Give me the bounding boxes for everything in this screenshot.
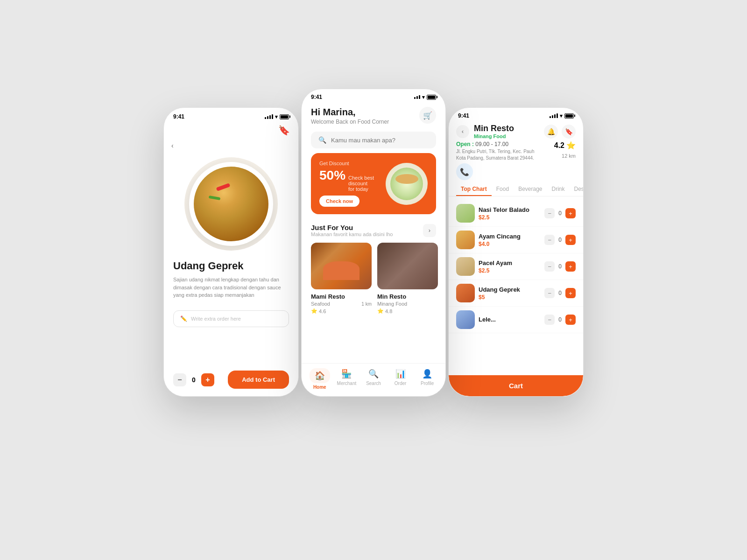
nav-merchant[interactable]: 🏪 Merchant xyxy=(336,368,357,390)
fried-rice-visual xyxy=(194,167,268,241)
rating-number: 4.2 xyxy=(554,141,564,150)
check-now-button[interactable]: Check now xyxy=(319,196,359,207)
tab-food[interactable]: Food xyxy=(492,183,514,196)
notification-icon-button[interactable]: 🔔 xyxy=(544,125,558,139)
search-nav-icon: 🔍 xyxy=(368,368,379,379)
decrease-ayam-cincang[interactable]: − xyxy=(544,235,555,245)
add-to-cart-button[interactable]: Add to Cart xyxy=(228,371,289,389)
nav-search[interactable]: 🔍 Search xyxy=(363,368,384,390)
nav-merchant-label: Merchant xyxy=(337,381,357,386)
menu-name-udang: Udang Geprek xyxy=(479,286,544,293)
quantity-value: 0 xyxy=(192,376,196,384)
order-icon: 📊 xyxy=(395,368,406,379)
promo-discount: 50% xyxy=(319,168,345,183)
merchant-icon: 🏪 xyxy=(341,368,352,379)
food-description: Sajian udang nikmat lengkap dengan tahu … xyxy=(173,276,289,299)
restaurant-card-min[interactable]: Min Resto Minang Food ⭐ 4.8 xyxy=(377,243,438,314)
increase-qty-button[interactable]: + xyxy=(201,373,214,386)
restaurant-type-mami: Seafood xyxy=(311,301,330,307)
increase-udang[interactable]: + xyxy=(565,288,576,298)
menu-info-udang: Udang Geprek $5 xyxy=(479,286,544,301)
cart-footer-button[interactable]: Cart xyxy=(449,375,583,396)
menu-thumb-nasi xyxy=(456,204,475,223)
restaurant-rating-min: ⭐ 4.8 xyxy=(377,308,438,314)
nav-profile[interactable]: 👤 Profile xyxy=(417,368,437,390)
signal-icon xyxy=(265,114,273,119)
promo-detail: Check best discountfor today xyxy=(348,175,386,192)
star-icon-mami: ⭐ xyxy=(311,308,317,314)
search-input[interactable] xyxy=(331,137,429,144)
search-bar[interactable]: 🔍 xyxy=(311,132,436,148)
back-button[interactable]: ‹ xyxy=(171,142,174,149)
qty-num-ayam-cincang: 0 xyxy=(558,237,562,243)
rating-value-mami: 4.6 xyxy=(319,308,326,314)
phone-call-button[interactable]: 📞 xyxy=(456,163,473,180)
menu-thumb-lele xyxy=(456,310,475,329)
extra-order-placeholder: Write extra order here xyxy=(191,316,241,322)
resto-rating: 4.2 ⭐ xyxy=(554,141,576,150)
bottom-cart-bar: − 0 + Add to Cart xyxy=(164,363,298,396)
decrease-nasi[interactable]: − xyxy=(544,208,555,218)
food-image xyxy=(184,157,278,251)
tab-drink[interactable]: Drink xyxy=(547,183,570,196)
menu-name-lele: Lele... xyxy=(479,316,544,323)
menu-price-nasi: $2.5 xyxy=(479,214,544,221)
welcome-text: Welcome Back on Food Corner xyxy=(311,119,389,125)
increase-lele[interactable]: + xyxy=(565,315,576,325)
menu-item-nasi-telor: Nasi Telor Balado $2.5 − 0 + xyxy=(449,200,583,227)
food-name: Udang Geprek xyxy=(173,260,289,272)
bookmark-icon[interactable]: 🔖 xyxy=(278,125,290,136)
time-left: 9:41 xyxy=(173,113,184,120)
restaurant-list: Mami Resto Seafood 1 km ⭐ 4.6 Min Resto … xyxy=(302,239,445,320)
section-title: Just For You xyxy=(311,224,393,231)
status-bar-center: 9:41 ▾ xyxy=(302,89,445,102)
see-more-button[interactable]: › xyxy=(423,224,436,237)
promo-text-area: Get Discount 50% Check best discountfor … xyxy=(319,161,386,207)
increase-nasi[interactable]: + xyxy=(565,208,576,218)
restaurant-type-min: Minang Food xyxy=(377,301,407,307)
search-icon: 🔍 xyxy=(318,136,326,144)
increase-ayam-cincang[interactable]: + xyxy=(565,235,576,245)
right-phone: 9:41 ▾ ‹ Min Resto Minang Food 🔔 xyxy=(448,107,584,397)
just-for-you-header: Just For You Makanan favorit kamu ada di… xyxy=(302,219,445,239)
bookmark-icon-button[interactable]: 🔖 xyxy=(562,125,576,139)
resto-distance-value: 12 km xyxy=(562,153,576,159)
resto-info-section: Open : 09.00 - 17.00 Jl. Engku Putri, Tl… xyxy=(449,141,583,183)
nav-home[interactable]: 🏠 Home xyxy=(310,368,330,390)
status-icons-center: ▾ xyxy=(414,94,436,100)
resto-address: Jl. Engku Putri, Tlk. Tering, Kec. Pauh … xyxy=(456,148,576,161)
menu-item-ayam-cincang: Ayam Cincang $4.0 − 0 + xyxy=(449,227,583,253)
decrease-qty-button[interactable]: − xyxy=(173,373,186,386)
menu-item-lele: Lele... − 0 + xyxy=(449,307,583,333)
open-label: Open : xyxy=(456,141,475,147)
increase-pacel[interactable]: + xyxy=(565,261,576,272)
edit-icon: ✏️ xyxy=(180,315,187,322)
menu-name-pacel: Pacel Ayam xyxy=(479,259,544,266)
status-icons-left: ▾ xyxy=(265,114,289,120)
nav-home-label: Home xyxy=(313,385,326,390)
cart-icon-button[interactable]: 🛒 xyxy=(419,107,436,124)
bottom-navigation: 🏠 Home 🏪 Merchant 🔍 Search 📊 Order 👤 Pro… xyxy=(302,363,445,396)
tab-top-chart[interactable]: Top Chart xyxy=(456,183,492,196)
tab-beverage[interactable]: Beverage xyxy=(514,183,547,196)
decrease-lele[interactable]: − xyxy=(544,315,555,325)
back-button-right[interactable]: ‹ xyxy=(456,125,469,138)
food-title-section: Udang Geprek Sajian udang nikmat lengkap… xyxy=(164,251,298,303)
menu-name-ayam-cincang: Ayam Cincang xyxy=(479,233,544,240)
nav-order[interactable]: 📊 Order xyxy=(390,368,411,390)
menu-info-lele: Lele... xyxy=(479,316,544,324)
tab-dessert[interactable]: Dessert xyxy=(570,183,583,196)
extra-order-field[interactable]: ✏️ Write extra order here xyxy=(173,310,289,327)
wifi-icon-c: ▾ xyxy=(422,94,425,100)
menu-thumb-udang xyxy=(456,284,475,302)
status-bar-right: 9:41 ▾ xyxy=(449,108,583,121)
menu-list: Nasi Telor Balado $2.5 − 0 + Ayam Cincan… xyxy=(449,200,583,333)
restaurant-card-mami[interactable]: Mami Resto Seafood 1 km ⭐ 4.6 xyxy=(311,243,372,314)
time-right: 9:41 xyxy=(458,112,469,119)
menu-price-ayam-cincang: $4.0 xyxy=(479,241,544,247)
menu-price-pacel: $2.5 xyxy=(479,267,544,274)
qty-num-lele: 0 xyxy=(558,316,562,323)
decrease-udang[interactable]: − xyxy=(544,288,555,298)
decrease-pacel[interactable]: − xyxy=(544,261,555,272)
section-subtitle: Makanan favorit kamu ada disini lho xyxy=(311,231,393,237)
